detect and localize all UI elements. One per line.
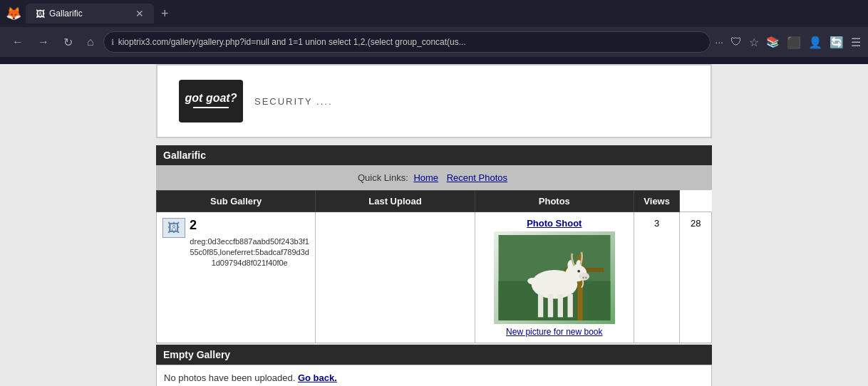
- site-header: got goat? SECURITY ....: [156, 64, 712, 138]
- col-header-last-upload: Last Upload: [316, 191, 475, 212]
- quick-links-bar: Quick Links: Home Recent Photos: [156, 165, 712, 190]
- tab-close-button[interactable]: ✕: [135, 8, 144, 19]
- navigation-bar: ← → ↻ ⌂ ℹ kioptrix3.com/gallery/gallery.…: [0, 27, 868, 57]
- overflow-menu-button[interactable]: ···: [715, 36, 723, 48]
- empty-gallery-header: Empty Gallery: [156, 345, 712, 365]
- recent-photos-link[interactable]: Recent Photos: [447, 172, 507, 183]
- shield-icon: 🛡: [730, 36, 742, 48]
- tab-bar: 🦊 🖼 Gallarific ✕ +: [0, 0, 868, 27]
- empty-gallery-message: No photos have been uploaded.: [164, 372, 295, 383]
- svg-rect-13: [548, 294, 553, 317]
- svg-rect-14: [557, 294, 562, 317]
- svg-point-11: [582, 277, 584, 279]
- svg-point-16: [527, 278, 538, 284]
- home-link[interactable]: Home: [413, 172, 438, 183]
- gallery-table: Sub Gallery Last Upload Photos Views 🖼: [156, 190, 712, 343]
- security-info-icon: ℹ: [111, 38, 114, 47]
- gallery-header: Gallarific: [156, 145, 712, 165]
- photo-shoot-link[interactable]: Photo Shoot: [481, 218, 628, 229]
- home-button[interactable]: ⌂: [82, 33, 99, 51]
- library-icon[interactable]: 📚: [766, 36, 780, 48]
- logo-area: got goat? SECURITY ....: [179, 80, 333, 122]
- back-button[interactable]: ←: [7, 33, 29, 51]
- col-header-views: Views: [634, 191, 679, 212]
- bookmark-icon[interactable]: ☆: [749, 36, 759, 49]
- tab-favicon: 🖼: [36, 9, 45, 19]
- last-upload-cell: [316, 212, 475, 343]
- quick-links-label: Quick Links:: [358, 172, 408, 183]
- photo-caption-link[interactable]: New picture for new book: [481, 327, 628, 337]
- address-bar[interactable]: ℹ kioptrix3.com/gallery/gallery.php?id=n…: [103, 31, 711, 53]
- svg-rect-12: [538, 294, 543, 317]
- views-count-cell: 28: [680, 212, 712, 343]
- sync-icon[interactable]: 🔄: [830, 36, 844, 49]
- menu-icon[interactable]: ☰: [851, 36, 861, 49]
- browser-chrome: 🦊 🖼 Gallarific ✕ + ← → ↻ ⌂ ℹ kioptrix3.c…: [0, 0, 868, 57]
- url-text: kioptrix3.com/gallery/gallery.php?id=nul…: [118, 37, 466, 47]
- account-icon[interactable]: 👤: [808, 36, 822, 49]
- sidebar-icon[interactable]: ⬛: [787, 36, 801, 49]
- sub-gallery-cell: 🖼 2 dreg:0d3eccfb887aabd50f243b3f155c0f8…: [157, 212, 316, 343]
- gallery-number: 2: [190, 218, 309, 233]
- gallery-container: Gallarific Quick Links: Home Recent Phot…: [156, 145, 712, 386]
- browser-logo: 🦊: [6, 6, 21, 21]
- new-tab-button[interactable]: +: [157, 6, 173, 21]
- logo-box: got goat?: [179, 80, 243, 122]
- photos-cell: Photo Shoot: [475, 212, 634, 343]
- logo-image: got goat?: [185, 92, 237, 110]
- nav-right-icons: ··· 🛡 ☆ 📚 ⬛ 👤 🔄 ☰: [715, 36, 861, 49]
- gallery-hash: dreg:0d3eccfb887aabd50f243b3f155c0f85,lo…: [190, 237, 309, 267]
- goat-image: [497, 235, 611, 320]
- table-header-row: Sub Gallery Last Upload Photos Views: [157, 191, 712, 212]
- photo-thumbnail: [494, 231, 615, 324]
- col-header-photos: Photos: [475, 191, 634, 212]
- tab-title: Gallarific: [49, 9, 83, 19]
- gallery-thumbnail-icon: 🖼: [162, 218, 185, 238]
- empty-gallery-title: Empty Gallery: [163, 349, 230, 360]
- svg-rect-15: [567, 294, 572, 317]
- forward-button[interactable]: →: [33, 33, 54, 51]
- empty-gallery-body: No photos have been uploaded. Go back.: [156, 365, 712, 386]
- gallery-title: Gallarific: [163, 150, 206, 161]
- table-row: 🖼 2 dreg:0d3eccfb887aabd50f243b3f155c0f8…: [157, 212, 712, 343]
- security-tagline: SECURITY ....: [254, 96, 333, 107]
- photo-count-cell: 3: [634, 212, 679, 343]
- svg-point-10: [585, 277, 587, 279]
- page-wrapper: got goat? SECURITY .... Gallarific Quick…: [0, 64, 868, 386]
- refresh-button[interactable]: ↻: [58, 33, 78, 52]
- svg-point-6: [579, 273, 589, 281]
- svg-point-9: [577, 270, 580, 273]
- col-header-sub-gallery: Sub Gallery: [157, 191, 316, 212]
- active-tab[interactable]: 🖼 Gallarific ✕: [26, 4, 154, 24]
- go-back-link[interactable]: Go back.: [298, 372, 337, 383]
